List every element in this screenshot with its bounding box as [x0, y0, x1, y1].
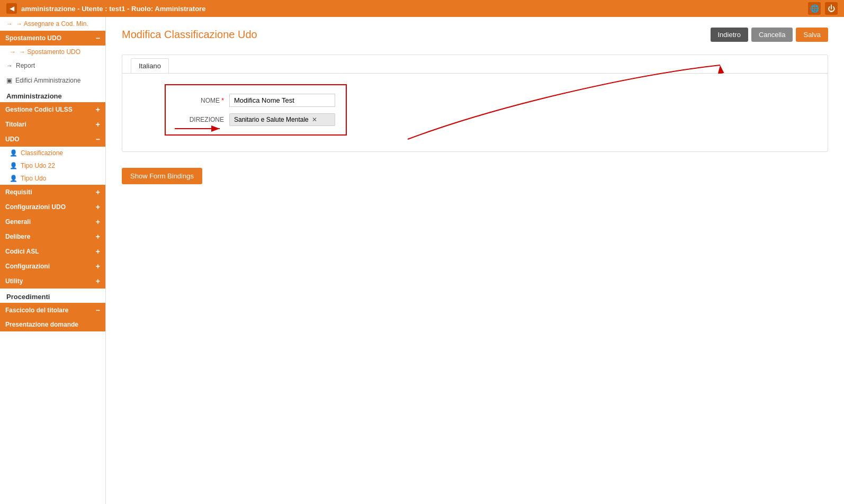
building-icon: ▣: [6, 77, 12, 84]
sidebar-item-label: Report: [16, 62, 35, 69]
section-label-amministrazione: Amministrazione: [0, 88, 105, 102]
collapse-icon: +: [96, 232, 100, 241]
direzione-label: DIREZIONE: [176, 116, 224, 123]
arrow-icon: →: [6, 62, 13, 69]
sidebar-configurazioni[interactable]: Configurazioni +: [0, 259, 105, 274]
sidebar-generali[interactable]: Generali +: [0, 214, 105, 229]
form-card: Italiano NOME *: [122, 55, 828, 152]
form-row-direzione: DIREZIONE Sanitario e Salute Mentale ✕: [176, 113, 335, 126]
collapse-icon: +: [96, 262, 100, 271]
collapse-icon: +: [96, 203, 100, 211]
collapse-icon: +: [96, 188, 100, 196]
sidebar-item-label: Generali: [5, 218, 31, 226]
sidebar-item-label: → Assegnare a Cod. Min.: [16, 20, 88, 28]
direzione-tag-text: Sanitario e Salute Mentale: [234, 116, 309, 123]
sidebar-item-label: Fascicolo del titolare: [5, 307, 68, 314]
sidebar-item-tipo-udo-22[interactable]: 👤 Tipo Udo 22: [0, 159, 105, 172]
user-icon: 👤: [10, 149, 17, 157]
sidebar-codici-asl[interactable]: Codici ASL +: [0, 244, 105, 259]
user-icon: 👤: [10, 162, 17, 169]
sidebar-item-tipo-udo[interactable]: 👤 Tipo Udo: [0, 172, 105, 185]
sidebar-item-label: Configurazioni UDO: [5, 203, 66, 211]
form-inner-card: NOME * DIREZIONE Sanitario e Salute Ment…: [165, 84, 347, 136]
header-buttons: Indietro Cancella Salva: [711, 28, 829, 42]
collapse-sidebar-button[interactable]: ◀: [6, 3, 17, 14]
sidebar: → → Assegnare a Cod. Min. Spostamento UD…: [0, 17, 106, 504]
sidebar-item-label: Utility: [5, 277, 23, 285]
sidebar-presentazione[interactable]: Presentazione domande: [0, 318, 105, 331]
sidebar-udo[interactable]: UDO −: [0, 132, 105, 147]
top-bar-icons: 🌐 ⏻: [808, 2, 838, 15]
sidebar-item-label: Configurazioni: [5, 263, 50, 270]
nome-input[interactable]: [229, 94, 335, 107]
app-title: amministrazione - Utente : test1 - Ruolo…: [21, 5, 205, 13]
sidebar-fascicolo[interactable]: Fascicolo del titolare −: [0, 303, 105, 318]
sidebar-item-assegnare[interactable]: → → Assegnare a Cod. Min.: [0, 17, 105, 31]
collapse-icon: +: [96, 218, 100, 226]
sidebar-configurazioni-udo[interactable]: Configurazioni UDO +: [0, 200, 105, 214]
collapse-icon: −: [96, 34, 100, 42]
salva-button[interactable]: Salva: [796, 28, 828, 42]
sidebar-sub-label: Tipo Udo 22: [21, 162, 55, 169]
collapse-icon: −: [96, 135, 100, 143]
required-star: *: [221, 97, 224, 104]
nome-label: NOME *: [176, 97, 224, 104]
sidebar-item-label: Gestione Codici ULSS: [5, 106, 73, 113]
cancella-button[interactable]: Cancella: [751, 28, 793, 42]
sidebar-item-classificazione[interactable]: 👤 Classificazione: [0, 147, 105, 159]
sidebar-requisiti[interactable]: Requisiti +: [0, 185, 105, 200]
sidebar-sub-label: Tipo Udo: [21, 175, 46, 182]
sidebar-spostamento-udo[interactable]: Spostamento UDO −: [0, 31, 105, 46]
collapse-icon: −: [96, 306, 100, 314]
content-area: Modifica Classificazione Udo Indietro Ca…: [106, 17, 844, 504]
indietro-button[interactable]: Indietro: [711, 28, 748, 42]
top-bar-left: ◀ amministrazione - Utente : test1 - Ruo…: [6, 3, 205, 14]
power-icon[interactable]: ⏻: [825, 2, 838, 15]
content-wrapper: Italiano NOME *: [122, 55, 828, 184]
user-icon: 👤: [10, 175, 17, 182]
sidebar-item-label: Edifici Amministrazione: [15, 77, 80, 84]
collapse-icon: +: [96, 247, 100, 256]
sidebar-item-label: Presentazione domande: [5, 321, 78, 328]
collapse-icon: +: [96, 277, 100, 285]
nome-label-text: NOME: [201, 97, 220, 104]
sidebar-item-report[interactable]: → Report: [0, 58, 105, 73]
sidebar-sub-label: → Spostamento UDO: [19, 48, 80, 56]
arrow-icon: →: [6, 20, 13, 28]
sidebar-sub-label: Classificazione: [21, 149, 63, 157]
sidebar-item-label: Titolari: [5, 121, 26, 128]
sidebar-item-label: Delibere: [5, 233, 30, 240]
sidebar-item-spostamento-udo-sub[interactable]: → → Spostamento UDO: [0, 46, 105, 58]
globe-icon[interactable]: 🌐: [808, 2, 821, 15]
top-bar: ◀ amministrazione - Utente : test1 - Ruo…: [0, 0, 844, 17]
content-header: Modifica Classificazione Udo Indietro Ca…: [122, 28, 828, 42]
sidebar-item-label: Requisiti: [5, 188, 32, 196]
section-label-procedimenti: Procedimenti: [0, 289, 105, 303]
sidebar-titolari[interactable]: Titolari +: [0, 117, 105, 132]
form-body: NOME * DIREZIONE Sanitario e Salute Ment…: [122, 73, 828, 151]
remove-tag-button[interactable]: ✕: [312, 116, 317, 123]
direzione-tag: Sanitario e Salute Mentale ✕: [229, 113, 335, 126]
form-row-nome: NOME *: [176, 94, 335, 107]
show-form-bindings-button[interactable]: Show Form Bindings: [122, 168, 202, 184]
collapse-icon: +: [96, 120, 100, 129]
show-bindings-wrapper: Show Form Bindings: [122, 163, 828, 184]
form-tab-italiano[interactable]: Italiano: [131, 58, 169, 73]
sidebar-item-label: Spostamento UDO: [5, 34, 61, 42]
sidebar-delibere[interactable]: Delibere +: [0, 229, 105, 244]
sidebar-item-edifici[interactable]: ▣ Edifici Amministrazione: [0, 73, 105, 88]
sidebar-utility[interactable]: Utility +: [0, 274, 105, 289]
sidebar-item-label: UDO: [5, 136, 20, 143]
main-layout: → → Assegnare a Cod. Min. Spostamento UD…: [0, 17, 844, 504]
sidebar-item-label: Codici ASL: [5, 248, 39, 255]
page-title: Modifica Classificazione Udo: [122, 29, 257, 41]
collapse-icon: +: [96, 105, 100, 114]
arrow-icon: →: [10, 48, 16, 56]
sidebar-gestione-codici[interactable]: Gestione Codici ULSS +: [0, 102, 105, 117]
